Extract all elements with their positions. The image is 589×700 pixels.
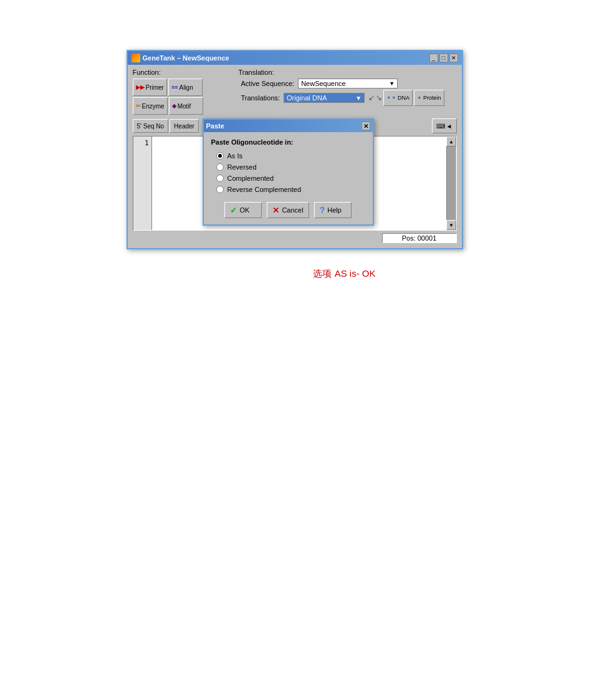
scroll-track: [447, 146, 456, 220]
protein-icon: ✦: [417, 95, 422, 101]
paste-dialog: Paste ✕ Paste Oligonucleotide in: As Is: [203, 118, 374, 226]
maximize-button[interactable]: □: [439, 54, 448, 62]
paste-dialog-title-bar: Paste ✕: [204, 120, 373, 132]
position-status: Pos: 00001: [382, 233, 457, 243]
help-question-icon: ?: [320, 205, 325, 215]
primer-icon: ▶▶: [136, 84, 145, 90]
header-button[interactable]: Header: [170, 119, 199, 133]
paste-ok-button[interactable]: ✓ OK: [224, 202, 262, 218]
primer-button[interactable]: ▶▶ Primer: [133, 79, 167, 96]
motif-icon: ◈: [172, 103, 176, 109]
dna-nav-area: ↙ ↘ ⚬⚬ DNA ✦ Protein: [368, 90, 444, 106]
seq-no-button[interactable]: 5' Seq No: [133, 119, 169, 133]
active-sequence-dropdown[interactable]: NewSequence ▼: [298, 79, 398, 89]
radio-as-is-circle: [216, 152, 224, 160]
option-reverse-complemented[interactable]: Reverse Complemented: [216, 186, 365, 193]
active-sequence-label: Active Sequence:: [241, 80, 295, 87]
ok-check-icon: ✓: [230, 206, 237, 215]
title-bar: GeneTank – NewSequence _ □ ✕: [128, 51, 462, 65]
translations-label: Translations:: [241, 94, 280, 102]
paste-dialog-buttons: ✓ OK ✕ Cancel ? Help: [211, 202, 365, 218]
translations-dropdown[interactable]: Original DNA ▼: [284, 93, 365, 103]
translation-panel: Active Sequence: NewSequence ▼ Translati…: [241, 79, 457, 106]
function-panel: ▶▶ Primer ≡≡ Align ✂ Enzyme: [133, 79, 239, 115]
scroll-up-button[interactable]: ▲: [446, 137, 456, 146]
active-sequence-row: Active Sequence: NewSequence ▼: [241, 79, 457, 89]
option-reversed[interactable]: Reversed: [216, 163, 365, 171]
align-button[interactable]: ≡≡ Align: [168, 79, 203, 96]
align-icon: ≡≡: [171, 84, 178, 90]
status-bar: Pos: 00001: [130, 232, 459, 246]
paste-dialog-close-button[interactable]: ✕: [362, 122, 370, 130]
translations-dropdown-arrow: ▼: [355, 95, 362, 102]
radio-complemented-circle: [216, 175, 224, 182]
option-complemented[interactable]: Complemented: [216, 175, 365, 182]
radio-reversed-circle: [216, 163, 224, 171]
motif-button[interactable]: ◈ Motif: [169, 97, 203, 115]
paste-cancel-button[interactable]: ✕ Cancel: [267, 202, 309, 218]
translations-row: Translations: Original DNA ▼ ↙ ↘ ⚬⚬ DNA: [241, 90, 457, 106]
dropdown-arrow-icon: ▼: [389, 80, 395, 87]
annotation-text: 选项 AS is- OK: [213, 268, 375, 280]
paste-options-group: As Is Reversed Complemented: [211, 152, 365, 193]
radio-reverse-complemented-circle: [216, 186, 224, 193]
cancel-x-icon: ✕: [272, 206, 279, 215]
function-label: Function:: [133, 69, 239, 76]
paste-help-button[interactable]: ? Help: [314, 202, 352, 218]
keyboard-button[interactable]: ⌨ ◄: [432, 118, 457, 133]
protein-button[interactable]: ✦ Protein: [414, 90, 444, 106]
scroll-down-button[interactable]: ▼: [446, 220, 456, 230]
vertical-scrollbar[interactable]: ▲ ▼: [446, 137, 456, 230]
arrow-left-icon: ↙: [368, 93, 375, 102]
app-title: GeneTank – NewSequence: [143, 54, 229, 62]
line-numbers: 1: [133, 137, 152, 230]
app-icon: [132, 54, 140, 62]
close-button[interactable]: ✕: [449, 54, 458, 62]
translation-label: Translation:: [239, 69, 457, 76]
keyboard-icon: ⌨: [436, 123, 445, 130]
paste-dialog-content: Paste Oligonucleotide in: As Is Reversed: [204, 132, 373, 224]
enzyme-button[interactable]: ✂ Enzyme: [133, 97, 168, 115]
title-bar-buttons: _ □ ✕: [429, 54, 458, 62]
enzyme-icon: ✂: [136, 103, 141, 109]
option-as-is[interactable]: As Is: [216, 152, 365, 160]
top-labels: Function: Translation:: [130, 67, 459, 77]
radio-as-is-dot: [218, 154, 222, 158]
paste-subtitle: Paste Oligonucleotide in:: [211, 138, 365, 146]
minimize-button[interactable]: _: [429, 54, 438, 62]
dna-button[interactable]: ⚬⚬ DNA: [383, 90, 413, 106]
dna-helix-icon: ⚬⚬: [386, 95, 396, 101]
arrow-right-icon: ↘: [376, 93, 382, 102]
title-bar-left: GeneTank – NewSequence: [132, 54, 229, 62]
app-window: GeneTank – NewSequence _ □ ✕ Function: T…: [127, 50, 463, 249]
paste-dialog-title: Paste: [206, 122, 224, 130]
